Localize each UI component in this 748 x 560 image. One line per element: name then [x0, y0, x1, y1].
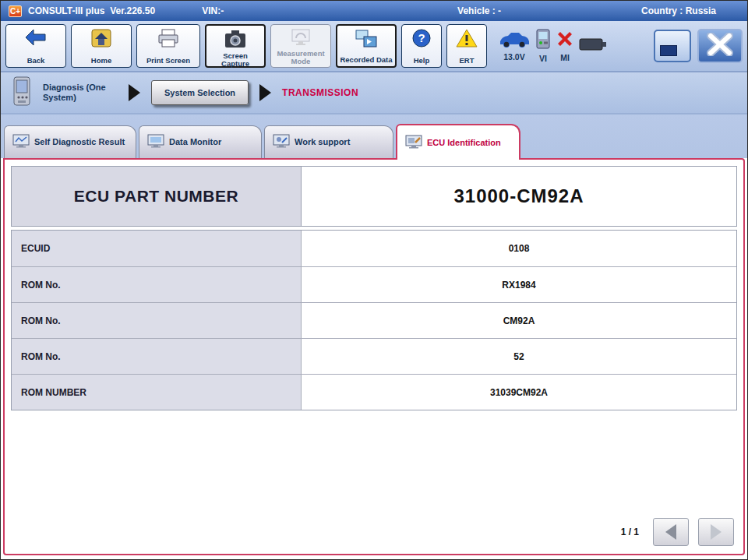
back-arrow-icon	[24, 28, 48, 50]
row-value: 0108	[302, 231, 736, 266]
screen-capture-button[interactable]: Screen Capture	[205, 24, 266, 68]
vi-indicator: VI	[535, 29, 551, 63]
help-icon: ?	[411, 28, 432, 51]
tab-ecu-identification[interactable]: ECU Identification	[396, 124, 520, 160]
row-value: CM92A	[302, 303, 736, 338]
row-value: 52	[302, 339, 736, 374]
data-monitor-icon	[147, 134, 164, 150]
close-x-icon	[706, 33, 734, 59]
table-row: ROM NUMBER 31039CM92A	[12, 374, 736, 410]
vi-device-icon	[535, 29, 551, 52]
home-icon	[90, 28, 112, 51]
device-icon	[12, 76, 32, 110]
app-title: CONSULT-III plus	[28, 5, 104, 16]
row-value: 31039CM92A	[302, 375, 736, 410]
app-logo-icon: C+	[9, 5, 22, 17]
ecu-part-number-label: ECU PART NUMBER	[12, 167, 302, 226]
back-button[interactable]: Back	[5, 24, 66, 68]
previous-page-button[interactable]	[653, 518, 689, 546]
recorded-data-button[interactable]: Recorded Data	[336, 24, 397, 68]
ecu-identification-panel: ECU PART NUMBER 31000-CM92A ECUID 0108 R…	[3, 158, 745, 555]
tab-data-monitor[interactable]: Data Monitor	[139, 125, 262, 158]
breadcrumb-arrow-icon	[259, 84, 271, 101]
selected-system-label: TRANSMISSION	[282, 87, 358, 98]
previous-arrow-icon	[665, 524, 676, 540]
minimize-icon	[660, 45, 677, 56]
table-row: ROM No. 52	[12, 338, 736, 374]
vehicle-label: Vehicle : -	[317, 5, 641, 16]
breadcrumb: Diagnosis (One System) System Selection …	[1, 72, 747, 114]
row-label: ROM No.	[12, 339, 302, 374]
print-screen-button[interactable]: Print Screen	[136, 24, 200, 68]
recorded-data-icon	[355, 29, 378, 52]
mi-indicator: MI	[556, 30, 574, 62]
ecu-info-table: ECUID 0108 ROM No. RX1984 ROM No. CM92A …	[11, 230, 737, 410]
table-row: ROM No. CM92A	[12, 302, 736, 338]
next-page-button[interactable]	[698, 518, 734, 546]
tab-self-diagnostic-result[interactable]: Self Diagnostic Result	[4, 125, 136, 158]
printer-icon	[157, 28, 180, 51]
warning-triangle-icon	[455, 28, 478, 51]
ecu-identification-icon	[405, 135, 422, 151]
row-label: ROM No.	[12, 267, 302, 302]
measurement-mode-button[interactable]: Measurement Mode	[270, 24, 331, 68]
home-button[interactable]: Home	[71, 24, 132, 68]
app-version: Ver.226.50	[110, 5, 155, 16]
battery-icon	[579, 36, 609, 56]
ecu-part-number-row: ECU PART NUMBER 31000-CM92A	[11, 166, 737, 227]
battery-status-indicator	[579, 36, 609, 56]
table-row: ROM No. RX1984	[12, 266, 736, 302]
title-bar: C+ CONSULT-III plus Ver.226.50 VIN:- Veh…	[1, 1, 747, 21]
consult-window: C+ CONSULT-III plus Ver.226.50 VIN:- Veh…	[0, 0, 748, 560]
car-icon	[498, 30, 531, 51]
minimize-button[interactable]	[654, 30, 691, 62]
table-row: ECUID 0108	[12, 231, 736, 266]
help-button[interactable]: ? Help	[401, 24, 442, 68]
tab-work-support[interactable]: Work support	[264, 125, 393, 158]
camera-icon	[224, 29, 247, 52]
breadcrumb-arrow-icon	[129, 84, 140, 101]
battery-voltage-indicator: 13.0V	[498, 30, 531, 62]
system-selection-button[interactable]: System Selection	[151, 80, 249, 105]
vin-label: VIN:-	[202, 5, 224, 16]
country-label: Country : Russia	[641, 5, 739, 16]
row-label: ROM No.	[12, 303, 302, 338]
tab-strip: Self Diagnostic Result Data Monitor Work…	[1, 114, 747, 158]
breadcrumb-step-diagnosis: Diagnosis (One System)	[43, 83, 118, 103]
next-arrow-icon	[711, 524, 722, 540]
pagination: 1 / 1	[621, 518, 734, 546]
work-support-icon	[273, 134, 290, 150]
window-controls	[654, 29, 743, 63]
ert-button[interactable]: ERT	[446, 24, 487, 68]
self-diagnostic-icon	[12, 134, 30, 150]
svg-text:?: ?	[418, 31, 425, 44]
row-label: ROM NUMBER	[12, 375, 302, 410]
red-x-icon	[556, 30, 574, 51]
close-button[interactable]	[697, 29, 743, 63]
toolbar: Back Home Print Screen Screen Capture Me…	[1, 21, 747, 72]
measurement-icon	[290, 28, 312, 50]
main-area: ECU PART NUMBER 31000-CM92A ECUID 0108 R…	[1, 158, 747, 559]
ecu-part-number-value: 31000-CM92A	[302, 167, 736, 226]
page-count: 1 / 1	[621, 527, 639, 537]
row-value: RX1984	[302, 267, 736, 302]
row-label: ECUID	[12, 231, 302, 266]
